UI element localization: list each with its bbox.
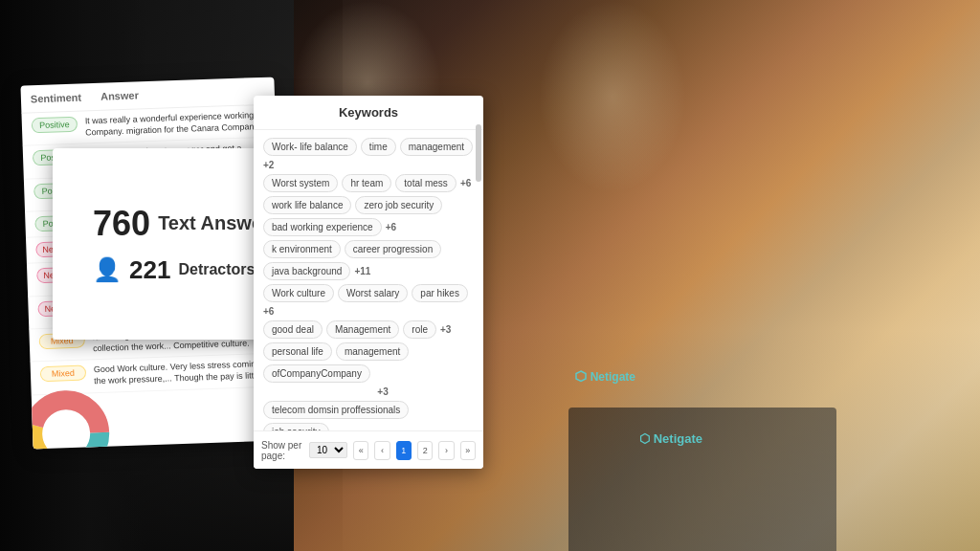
sentiment-badge-positive: Positive [32,117,78,134]
text-answers-stat: 760 Text Answers [93,204,280,244]
keyword-tag[interactable]: management [336,342,409,361]
donut-chart-svg [20,379,121,449]
detractors-count: 221 [129,255,170,285]
keyword-row: Work- life balance time management +2 [263,138,474,170]
pagination-next[interactable]: › [438,441,454,460]
detractors-stat: 👤 221 Detractors [93,255,280,285]
keyword-row: work life balance zero job security [263,196,474,214]
keyword-tag[interactable]: good deal [263,320,323,339]
keywords-footer: Show per page: 10 20 50 « ‹ 1 2 › » [254,430,483,469]
keyword-extra-count: +6 [460,178,471,188]
keyword-tag[interactable]: management [400,138,473,156]
sentiment-col-header: Sentiment [31,92,82,105]
pagination-page-1[interactable]: 1 [396,441,412,460]
scrollbar[interactable] [476,124,481,182]
keyword-extra-count: +11 [354,266,370,276]
keyword-extra-count: +2 [263,160,274,170]
keyword-tag[interactable]: total mess [395,174,457,192]
keyword-tag[interactable]: hr team [342,174,391,192]
keyword-tag[interactable]: career progression [345,240,441,258]
text-answers-count: 760 [93,204,150,244]
pagination-next-next[interactable]: » [460,441,476,460]
keyword-tag[interactable]: personal life [263,342,332,361]
show-per-page-label: Show per page: [261,440,306,461]
keyword-row: java background +11 [263,262,474,280]
pagination-prev-prev[interactable]: « [353,441,368,460]
keyword-row: personal life management ofCompanyCompan… [263,342,474,383]
person-icon: 👤 [93,256,122,283]
keyword-tag[interactable]: ofCompanyCompany [263,364,370,383]
netigate-hex-icon [574,370,588,384]
keyword-row: good deal Management role +3 [263,320,474,339]
keyword-row: bad working experience +6 [263,218,474,236]
laptop-screen: Netigate [639,431,702,446]
keyword-tag[interactable]: java background [263,262,350,280]
donut-chart-bg [20,379,121,449]
keyword-tag[interactable]: Worst system [263,174,338,192]
keyword-tag[interactable]: Worst salary [338,284,408,302]
keyword-tag[interactable]: Management [326,320,399,339]
pagination-page-2[interactable]: 2 [417,441,433,460]
stats-content: 760 Text Answers 👤 221 Detractors [93,204,280,285]
keyword-row: Work culture Worst salary par hikes +6 [263,284,474,317]
keyword-extra-count: +3 [440,324,451,335]
answer-text: It was really a wonderful experience wor… [85,110,267,139]
svg-marker-0 [576,371,586,382]
keyword-row: +3 [263,386,474,397]
keyword-row: k environment career progression [263,240,474,258]
answer-col-header: Answer [100,89,139,101]
keyword-extra-count: +3 [377,386,388,397]
keyword-tag[interactable]: telecom domsin proffessionals [263,401,409,419]
keyword-tag[interactable]: role [403,320,436,339]
keywords-body: Work- life balance time management +2 Wo… [254,130,483,436]
detractors-label: Detractors [178,261,255,278]
keyword-tag[interactable]: work life balance [263,196,351,214]
keyword-tag[interactable]: Work culture [263,284,334,302]
keyword-tag[interactable]: time [361,138,396,156]
pagination-prev[interactable]: ‹ [374,441,390,460]
per-page-select[interactable]: 10 20 50 [309,442,347,458]
keywords-title: Keywords [254,96,483,130]
netigate-logo-2: Netigate [574,370,635,384]
keyword-tag[interactable]: k environment [263,240,341,258]
keyword-row: Worst system hr team total mess +6 [263,174,474,192]
keyword-tag[interactable]: zero job security [355,196,442,214]
netigate-logo-laptop: Netigate [639,431,702,446]
keyword-tag[interactable]: bad working experience [263,218,382,236]
ceiling-light-2 [539,0,686,193]
show-per-page-control: Show per page: 10 20 50 [261,440,347,461]
keyword-extra-count: +6 [386,222,396,232]
keyword-extra-count: +6 [263,306,274,317]
laptop-body [568,408,836,551]
keywords-panel: Keywords Work- life balance time managem… [254,96,483,469]
keyword-tag[interactable]: par hikes [412,284,468,302]
keyword-tag[interactable]: Work- life balance [263,138,357,156]
answer-text: Good Work culture. Very less stress comi… [94,359,276,387]
